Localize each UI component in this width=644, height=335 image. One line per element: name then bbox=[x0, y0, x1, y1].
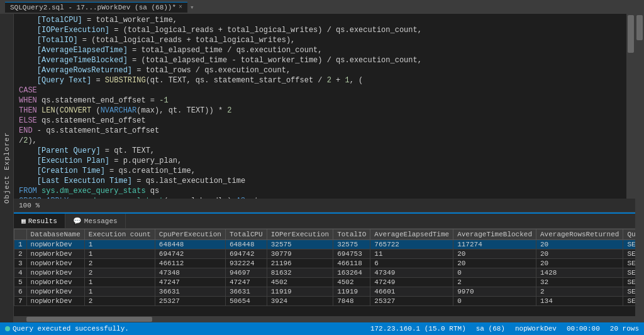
cell-cpuperexec: 36631 bbox=[155, 287, 225, 297]
cell-avgelapsed: 25327 bbox=[370, 297, 453, 306]
cell-rownum: 7 bbox=[14, 297, 27, 306]
cell-execcount: 1 bbox=[84, 240, 155, 250]
cell-totalio: 4502 bbox=[333, 278, 370, 287]
cell-totalio: 466118 bbox=[333, 259, 370, 268]
more-tabs-indicator: ▾ bbox=[190, 3, 194, 11]
cell-avgrows: 20 bbox=[536, 240, 623, 250]
cell-totalcpu: 50654 bbox=[225, 297, 267, 306]
table-row[interactable]: 6nopWorkDev13663136631119191191946601997… bbox=[14, 287, 636, 297]
code-editor-wrapper: [TotalCPU] = total_worker_time, [IOPerEx… bbox=[14, 14, 635, 199]
col-header-avgrows: AverageRowsReturned bbox=[536, 229, 623, 240]
horizontal-scroll-thumb[interactable] bbox=[26, 317, 152, 322]
col-header-execcount: Execution count bbox=[84, 229, 155, 240]
code-line: WHEN qs.statement_end_offset = -1 bbox=[19, 96, 626, 106]
code-line: [AverageTimeBlocked] = (total_elapsed_ti… bbox=[19, 55, 626, 65]
cell-ioperexec: 11919 bbox=[267, 287, 333, 297]
app-container: SQLQuery2.sql - 17...pWorkDev (sa (68))*… bbox=[0, 0, 644, 335]
cell-totalio: 694753 bbox=[333, 250, 370, 259]
cell-querytext: SELECT TOP 20 DatabaseName = DB_NAME(CON… bbox=[623, 259, 635, 268]
cell-ioperexec: 4502 bbox=[267, 278, 333, 287]
cell-querytext: SELECT TOP 20 DatabaseName = DB_NAME(CON… bbox=[623, 240, 635, 250]
cell-querytext: SELECT TOP 20 DatabaseName = DB_NAME(CON… bbox=[623, 250, 635, 259]
toolbar-row: 100 % bbox=[14, 199, 635, 212]
cell-avgblocked: 117274 bbox=[453, 240, 536, 250]
cell-cpuperexec: 47247 bbox=[155, 278, 225, 287]
horizontal-scrollbar[interactable] bbox=[14, 316, 635, 322]
cell-totalcpu: 932224 bbox=[225, 259, 267, 268]
results-tabs-bar: ▦ Results 💬 Messages bbox=[14, 214, 635, 229]
editor-tab[interactable]: SQLQuery2.sql - 17...pWorkDev (sa (68))*… bbox=[5, 2, 187, 13]
body-area: Object Explorer [TotalCPU] = total_worke… bbox=[0, 14, 644, 322]
title-bar: SQLQuery2.sql - 17...pWorkDev (sa (68))*… bbox=[0, 0, 644, 14]
code-scroll-thumb[interactable] bbox=[628, 15, 634, 53]
cell-dbname: nopWorkDev bbox=[26, 297, 84, 306]
cell-avgblocked: 0 bbox=[453, 297, 536, 306]
cell-avgrows: 2 bbox=[536, 287, 623, 297]
cell-totalio: 7848 bbox=[333, 297, 370, 306]
code-editor[interactable]: [TotalCPU] = total_worker_time, [IOPerEx… bbox=[14, 14, 626, 199]
table-row[interactable]: 5nopWorkDev147247472474502450247249232SE… bbox=[14, 278, 636, 287]
cell-dbname: nopWorkDev bbox=[26, 268, 84, 278]
cell-rownum: 6 bbox=[14, 287, 27, 297]
table-header-row: DatabaseName Execution count CpuPerExecu… bbox=[14, 229, 636, 240]
code-line: END - qs.statement_start_offset bbox=[19, 126, 626, 136]
cell-querytext: SELECT db_id() AS database_id, o.[type] … bbox=[623, 287, 635, 297]
table-row[interactable]: 1nopWorkDev16484486484483257532575765722… bbox=[14, 240, 636, 250]
cell-dbname: nopWorkDev bbox=[26, 259, 84, 268]
col-header-totalcpu: TotalCPU bbox=[225, 229, 267, 240]
results-table: DatabaseName Execution count CpuPerExecu… bbox=[14, 229, 635, 306]
results-grid[interactable]: DatabaseName Execution count CpuPerExecu… bbox=[14, 229, 635, 316]
code-line: [TotalIO] = (total_logical_reads + total… bbox=[19, 35, 626, 45]
col-header-rownum bbox=[14, 229, 27, 240]
tab-close-button[interactable]: × bbox=[179, 4, 182, 11]
cell-totalcpu: 94697 bbox=[225, 268, 267, 278]
table-row[interactable]: 4nopWorkDev24734894697816321632644734901… bbox=[14, 268, 636, 278]
cell-rownum: 4 bbox=[14, 268, 27, 278]
cell-totalcpu: 648448 bbox=[225, 240, 267, 250]
cell-querytext: SELECT SCHEMA_NAME(url.schema_id) AS [Sc… bbox=[623, 297, 635, 306]
results-tab-messages[interactable]: 💬 Messages bbox=[65, 214, 126, 228]
sidebar-label: Object Explorer bbox=[3, 132, 11, 204]
cell-execcount: 1 bbox=[84, 287, 155, 297]
code-line: ELSE qs.statement_end_offset bbox=[19, 116, 626, 126]
cell-totalcpu: 694742 bbox=[225, 250, 267, 259]
cell-avgrows: 20 bbox=[536, 250, 623, 259]
table-row[interactable]: 7nopWorkDev2253275065439247848253270134S… bbox=[14, 297, 636, 306]
cell-totalio: 163264 bbox=[333, 268, 370, 278]
status-right-info: 172.23.160.1 (15.0 RTM) sa (68) nopWorkD… bbox=[370, 325, 639, 332]
cell-dbname: nopWorkDev bbox=[26, 250, 84, 259]
code-line: [TotalCPU] = total_worker_time, bbox=[19, 15, 626, 25]
cell-avgelapsed: 11 bbox=[370, 250, 453, 259]
cell-avgrows: 32 bbox=[536, 278, 623, 287]
grid-icon: ▦ bbox=[21, 217, 26, 225]
cell-dbname: nopWorkDev bbox=[26, 287, 84, 297]
results-panel: ▦ Results 💬 Messages DatabaseN bbox=[14, 212, 635, 322]
results-tab-results[interactable]: ▦ Results bbox=[14, 214, 65, 228]
cell-avgelapsed: 46601 bbox=[370, 287, 453, 297]
code-line: [Execution Plan] = p.query_plan, bbox=[19, 156, 626, 166]
status-rows: 20 rows bbox=[610, 325, 639, 332]
cell-totalio: 32575 bbox=[333, 240, 370, 250]
code-vertical-scrollbar[interactable] bbox=[626, 14, 635, 199]
right-scroll-thumb[interactable] bbox=[636, 15, 643, 40]
code-line-case: CASE bbox=[19, 85, 626, 96]
cell-avgblocked: 20 bbox=[453, 259, 536, 268]
cell-avgelapsed: 765722 bbox=[370, 240, 453, 250]
status-time: 00:00:00 bbox=[567, 325, 600, 332]
table-row[interactable]: 2nopWorkDev16947426947423077969475311202… bbox=[14, 250, 636, 259]
code-line: FROM sys.dm_exec_query_stats qs bbox=[19, 186, 626, 196]
cell-totalio: 11919 bbox=[333, 287, 370, 297]
right-vertical-scrollbar[interactable] bbox=[635, 14, 644, 322]
table-row[interactable]: 3nopWorkDev24661129322242119646611862020… bbox=[14, 259, 636, 268]
status-dot-icon bbox=[5, 326, 10, 331]
cell-totalcpu: 36631 bbox=[225, 287, 267, 297]
cell-querytext: SELECT db_id() AS database_id, c.system_… bbox=[623, 278, 635, 287]
code-line: [Parent Query] = qt. TEXT, bbox=[19, 146, 626, 156]
col-header-querytext: Query Text bbox=[623, 229, 635, 240]
code-line: THEN LEN(CONVERT (NVARCHAR(max), qt. TEX… bbox=[19, 106, 626, 116]
cell-avgelapsed: 47249 bbox=[370, 278, 453, 287]
cell-ioperexec: 3924 bbox=[267, 297, 333, 306]
zoom-level: 100 % bbox=[19, 202, 40, 209]
cell-cpuperexec: 648448 bbox=[155, 240, 225, 250]
col-header-avgblocked: AverageTimeBlocked bbox=[453, 229, 536, 240]
